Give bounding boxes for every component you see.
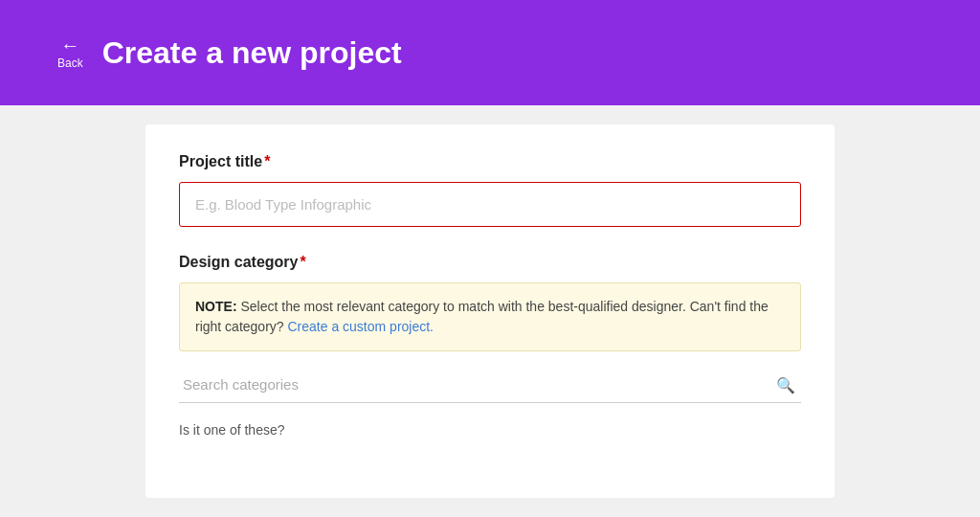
page-header: ← Back Create a new project [0,0,980,105]
back-button[interactable]: ← Back [57,35,83,70]
design-category-label: Design category* [179,254,801,271]
note-text: Select the most relevant category to mat… [195,299,768,334]
design-category-group: Design category* NOTE: Select the most r… [179,254,801,441]
note-bold: NOTE: [195,299,237,314]
page-title: Create a new project [102,35,402,71]
main-content: Project title* Design category* NOTE: Se… [0,105,980,517]
suggestion-text: Is it one of these? [179,418,801,441]
project-title-group: Project title* [179,153,801,227]
required-star: * [264,153,270,169]
required-star-2: * [300,254,305,270]
create-custom-project-link[interactable]: Create a custom project. [288,319,434,334]
back-label: Back [57,56,83,70]
note-box: NOTE: Select the most relevant category … [179,282,801,351]
project-title-label: Project title* [179,153,801,170]
search-container: 🔍 [179,367,801,403]
search-icon: 🔍 [776,375,795,393]
project-title-input[interactable] [179,182,801,227]
form-card: Project title* Design category* NOTE: Se… [145,124,835,498]
search-input[interactable] [179,367,801,402]
back-arrow-icon: ← [60,35,79,55]
